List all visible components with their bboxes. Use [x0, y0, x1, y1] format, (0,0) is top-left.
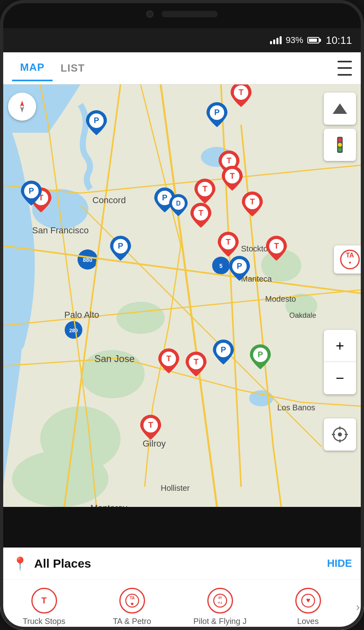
map-pin-p[interactable]: P [229, 256, 250, 282]
pilot-flying-j-label: Pilot & Flying J [193, 617, 246, 626]
svg-text:Concord: Concord [92, 195, 126, 205]
map-pin-t[interactable]: T [140, 415, 161, 441]
map-pin-t[interactable]: T [231, 84, 252, 109]
camera [146, 10, 153, 18]
svg-marker-30 [20, 107, 24, 113]
svg-point-34 [338, 143, 342, 147]
signal-icon [270, 36, 282, 44]
more-arrow[interactable]: › [352, 601, 364, 614]
svg-text:T: T [227, 156, 231, 165]
traffic-button[interactable] [324, 129, 356, 161]
svg-text:T: T [250, 197, 255, 206]
svg-text:Oakdale: Oakdale [289, 311, 316, 319]
map-pin-p[interactable]: P [213, 340, 234, 366]
tab-map[interactable]: MAP [12, 55, 53, 81]
status-bar: 93% 10:11 [0, 28, 364, 52]
svg-text:P: P [214, 108, 219, 117]
tab-ta-petro[interactable]: TA TA & Petro [88, 588, 176, 626]
terrain-button[interactable] [324, 93, 356, 125]
all-places-label: All Places [34, 557, 327, 570]
map-pin-p[interactable]: P [86, 110, 107, 137]
map-pin-p[interactable]: P [110, 236, 131, 262]
all-places-bar: 📍 All Places HIDE [0, 548, 364, 580]
svg-text:Modesto: Modesto [265, 294, 296, 303]
hamburger-line [337, 67, 352, 69]
phone-frame: 93% 10:11 MAP LIST [0, 0, 364, 630]
svg-text:5: 5 [219, 263, 223, 269]
battery-percentage: 93% [286, 35, 303, 45]
map-pin-t[interactable]: T [190, 203, 211, 229]
pilot-flying-j-icon: P/ FJ [207, 588, 233, 614]
svg-text:P: P [221, 345, 226, 354]
tab-truck-stops[interactable]: T Truck Stops [0, 588, 88, 626]
location-pin-icon: 📍 [12, 556, 28, 571]
map-pin-t[interactable]: T [222, 166, 243, 192]
svg-point-89 [131, 603, 133, 605]
svg-text:T: T [148, 420, 153, 429]
hamburger-line [337, 61, 352, 62]
locate-button[interactable] [324, 418, 356, 451]
svg-text:T: T [166, 354, 171, 363]
loves-icon: ♥ [295, 588, 321, 614]
svg-text:Monterey: Monterey [90, 503, 127, 507]
svg-marker-29 [20, 101, 24, 107]
map-pin-t[interactable]: T [266, 236, 287, 262]
svg-text:P/: P/ [218, 596, 222, 600]
svg-text:T: T [274, 241, 279, 250]
svg-text:Hollister: Hollister [161, 484, 190, 492]
map-pin-p[interactable]: P [207, 102, 227, 129]
svg-text:San Francisco: San Francisco [32, 225, 89, 235]
ta-pin[interactable]: TA ● [334, 245, 364, 274]
map-svg: 880 5 280 Concord San Francisco Stock [0, 84, 364, 507]
nav-bar: MAP LIST [0, 52, 364, 84]
svg-text:T: T [226, 237, 231, 246]
svg-point-37 [338, 432, 342, 436]
svg-text:T: T [202, 184, 207, 193]
svg-text:TA: TA [346, 252, 354, 259]
map-pin-t[interactable]: T [218, 232, 239, 258]
battery-icon [307, 37, 319, 43]
svg-marker-31 [333, 103, 347, 114]
svg-text:♥: ♥ [306, 596, 310, 604]
map-pin-p[interactable]: P [21, 181, 42, 207]
svg-text:San Jose: San Jose [94, 353, 135, 364]
svg-point-35 [338, 148, 342, 152]
map-pin-t[interactable]: T [242, 191, 263, 218]
svg-point-33 [338, 138, 342, 142]
tab-loves[interactable]: ♥ Loves [264, 588, 352, 626]
ta-petro-label: TA & Petro [113, 617, 151, 626]
svg-text:P: P [118, 241, 123, 250]
map-pin-t[interactable]: T [194, 179, 215, 205]
svg-text:T: T [239, 88, 243, 97]
svg-text:P: P [162, 193, 167, 202]
bottom-tabs: T Truck Stops TA TA & Petro [0, 580, 364, 630]
loves-label: Loves [297, 617, 319, 626]
hamburger-button[interactable] [332, 58, 352, 78]
zoom-in-button[interactable]: + [324, 330, 356, 362]
truck-stops-icon: T [31, 588, 57, 614]
svg-point-4 [117, 302, 165, 334]
map-container[interactable]: 880 5 280 Concord San Francisco Stock [0, 84, 364, 507]
phone-top [0, 0, 364, 28]
bottom-panel: 📍 All Places HIDE T Truck Stops TA [0, 548, 364, 630]
ta-petro-icon: TA [119, 588, 145, 614]
hide-button[interactable]: HIDE [327, 557, 352, 570]
map-pin-t[interactable]: T [186, 352, 207, 378]
svg-text:P: P [29, 186, 34, 195]
svg-text:TA: TA [129, 596, 135, 600]
svg-text:FJ: FJ [218, 601, 222, 605]
svg-text:P: P [94, 116, 99, 125]
tab-list[interactable]: LIST [53, 56, 93, 80]
map-pin-p[interactable]: D [169, 194, 188, 218]
svg-text:P: P [258, 350, 263, 359]
tab-pilot-flying-j[interactable]: P/ FJ Pilot & Flying J [176, 588, 264, 626]
compass-button[interactable] [8, 93, 36, 121]
map-pin-pj[interactable]: P [250, 344, 271, 371]
hamburger-line [337, 74, 352, 76]
svg-text:Palo Alto: Palo Alto [64, 310, 99, 320]
zoom-out-button[interactable]: − [324, 362, 356, 394]
svg-text:T: T [194, 357, 198, 366]
map-pin-t[interactable]: T [158, 348, 179, 375]
time-display: 10:11 [326, 34, 352, 47]
truck-stops-label: Truck Stops [23, 617, 65, 626]
